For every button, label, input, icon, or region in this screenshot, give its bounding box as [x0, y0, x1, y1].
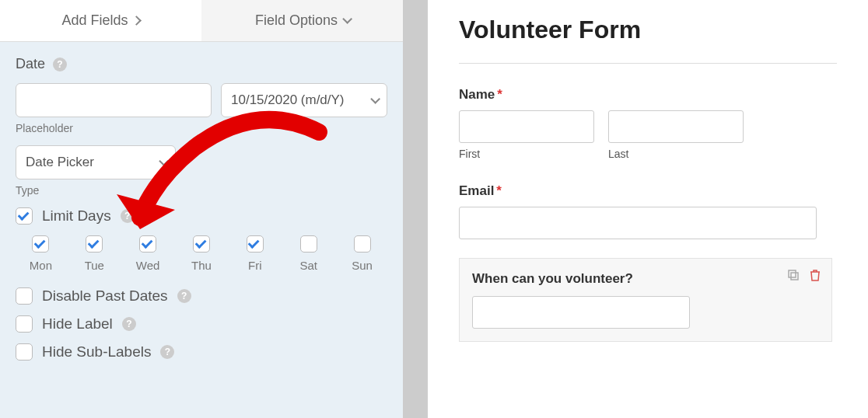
tab-field-options[interactable]: Field Options [201, 0, 403, 41]
day-label: Thu [191, 259, 212, 272]
help-icon[interactable]: ? [177, 289, 191, 303]
email-field-label: Email* [459, 183, 837, 199]
day-checkbox[interactable] [354, 235, 371, 253]
name-field-label: Name* [459, 87, 837, 103]
day-label: Wed [136, 259, 160, 272]
first-label: First [459, 148, 594, 160]
day-checkbox[interactable] [300, 235, 317, 253]
required-mark: * [497, 87, 502, 102]
limit-days-checkbox[interactable] [16, 207, 33, 225]
hide-sublabels-row: Hide Sub-Labels ? [16, 343, 387, 361]
format-select[interactable]: 10/15/2020 (m/d/Y) [221, 83, 387, 117]
name-row: First Last [459, 110, 837, 160]
day-wed: Wed [123, 235, 173, 272]
day-checkbox[interactable] [247, 235, 264, 253]
volunteer-input[interactable] [472, 296, 690, 329]
type-sublabel: Type [16, 184, 387, 197]
type-select[interactable]: Date Picker [16, 145, 176, 179]
day-label: Tue [85, 259, 104, 272]
day-mon: Mon [16, 235, 66, 272]
form-preview: Volunteer Form Name* First Last Email* [428, 0, 868, 418]
tabs: Add Fields Field Options [0, 0, 403, 42]
hide-sublabels-checkbox[interactable] [16, 343, 33, 361]
type-value: Date Picker [26, 155, 94, 170]
day-label: Sun [352, 259, 373, 272]
day-checkbox[interactable] [32, 235, 49, 253]
last-name-input[interactable] [608, 110, 744, 143]
date-label: Date [16, 56, 45, 72]
day-checkbox[interactable] [193, 235, 210, 253]
duplicate-icon[interactable] [786, 268, 800, 282]
divider [459, 63, 837, 64]
limit-days-label: Limit Days [42, 207, 111, 225]
form-title: Volunteer Form [459, 16, 837, 44]
limit-days-row: Limit Days ? [16, 207, 387, 225]
help-icon[interactable]: ? [160, 345, 174, 359]
hide-sublabels-label: Hide Sub-Labels [42, 343, 151, 361]
volunteer-block[interactable]: When can you volunteer? [459, 258, 832, 342]
svg-rect-1 [791, 273, 798, 280]
chevron-down-icon [342, 14, 352, 24]
tab-label: Field Options [255, 12, 338, 29]
volunteer-label: When can you volunteer? [472, 271, 819, 287]
email-block: Email* [459, 183, 837, 239]
row-icons [786, 268, 822, 282]
tab-add-fields[interactable]: Add Fields [0, 0, 201, 41]
disable-past-row: Disable Past Dates ? [16, 287, 387, 305]
type-row: Date Picker [16, 145, 387, 179]
placeholder-sublabel: Placeholder [16, 122, 387, 134]
hide-label-label: Hide Label [42, 315, 113, 333]
days-row: Mon Tue Wed Thu Fri Sat [16, 235, 387, 272]
day-fri: Fri [229, 235, 280, 272]
format-value: 10/15/2020 (m/d/Y) [231, 92, 345, 108]
svg-rect-0 [789, 270, 796, 277]
placeholder-row: 10/15/2020 (m/d/Y) [16, 83, 387, 117]
right-panel: Volunteer Form Name* First Last Email* [404, 0, 868, 418]
date-section-label: Date ? [16, 56, 387, 72]
day-tue: Tue [69, 235, 120, 272]
day-sun: Sun [337, 235, 387, 272]
tab-label: Add Fields [61, 12, 128, 29]
email-input[interactable] [459, 207, 817, 239]
help-icon[interactable]: ? [122, 317, 136, 331]
last-label: Last [608, 148, 744, 160]
name-label: Name [459, 87, 495, 102]
help-icon[interactable]: ? [121, 209, 135, 223]
day-checkbox[interactable] [86, 235, 103, 253]
panel-body: Date ? 10/15/2020 (m/d/Y) Placeholder Da… [0, 42, 403, 385]
email-label: Email [459, 183, 494, 198]
chevron-down-icon [370, 94, 380, 104]
day-thu: Thu [177, 235, 227, 272]
day-checkbox[interactable] [139, 235, 156, 253]
disable-past-label: Disable Past Dates [42, 287, 168, 305]
required-mark: * [496, 183, 502, 198]
day-sat: Sat [283, 235, 334, 272]
day-label: Mon [30, 259, 52, 272]
hide-label-row: Hide Label ? [16, 315, 387, 333]
disable-past-checkbox[interactable] [16, 287, 33, 305]
placeholder-input[interactable] [16, 83, 212, 117]
day-label: Sat [299, 259, 317, 272]
day-label: Fri [248, 259, 262, 272]
first-name-input[interactable] [459, 110, 594, 143]
first-name-col: First [459, 110, 594, 160]
trash-icon[interactable] [808, 268, 822, 282]
last-name-col: Last [608, 110, 744, 160]
help-icon[interactable]: ? [53, 57, 67, 71]
chevron-right-icon [131, 16, 142, 26]
hide-label-checkbox[interactable] [16, 315, 33, 333]
chevron-down-icon [159, 156, 169, 166]
left-panel: Add Fields Field Options Date ? 10/15/20… [0, 0, 404, 418]
